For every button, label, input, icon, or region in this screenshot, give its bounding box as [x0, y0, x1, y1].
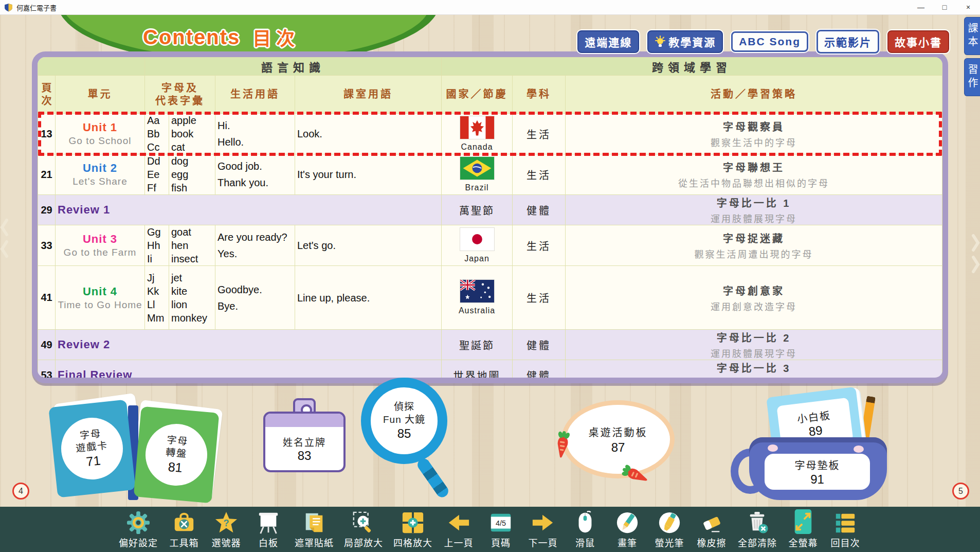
header-button[interactable]: 遠端連線	[577, 30, 639, 53]
col-header-unit: 單元	[56, 76, 145, 114]
words-cell: applebookcat	[169, 114, 215, 154]
letter-mat-card[interactable]: 字母墊板 91	[765, 454, 870, 490]
close-button[interactable]: ×	[956, 0, 980, 14]
page-number-cell: 29	[38, 195, 56, 225]
toc-list-icon	[833, 509, 857, 535]
contents-table: 語言知識 跨領域學習 頁次 單元 字母及 代表字彙 生活用語 課室用語 國家／節…	[32, 51, 948, 383]
letter-game-cards-book[interactable]: 字母 遊戲卡 71 字母 轉盤 81	[49, 396, 226, 502]
words-cell: goatheninsect	[169, 225, 215, 266]
magnifier-page: 85	[397, 426, 411, 441]
zoom-region-icon	[352, 509, 375, 535]
toolbar-item-eraser[interactable]: 橡皮擦	[696, 509, 728, 549]
board-game-page: 87	[611, 440, 625, 455]
country-name: Canada	[444, 143, 510, 152]
unit-subtitle: Go to the Farm	[58, 247, 142, 258]
toolbar-item-label: 上一頁	[444, 536, 474, 549]
activity-cell: 字母觀察員觀察生活中的字母	[566, 114, 942, 154]
header-button[interactable]: 故事小書	[887, 30, 949, 53]
fullscreen-icon	[791, 509, 815, 535]
prev-page-edge-arrow[interactable]	[0, 217, 8, 260]
toolbox-icon	[172, 509, 196, 535]
toolbar-item-zoom-grid[interactable]: 四格放大	[393, 509, 432, 549]
letters-cell: AaBbCc	[145, 114, 169, 154]
activity-subtitle: 觀察生活中的字母	[568, 135, 940, 149]
whiteboard-page: 89	[808, 423, 823, 439]
stationery-cup: 小白板 89 字母墊板 91	[743, 392, 902, 503]
toolbar-item-easel[interactable]: 白板	[252, 509, 284, 549]
letter-mat-label: 字母墊板	[795, 457, 840, 472]
letter-mat-page: 91	[810, 472, 824, 487]
activity-subtitle: 運用肢體展現字母	[568, 377, 940, 383]
name-plate-band	[265, 414, 343, 427]
toolbar-item-arrow-right[interactable]: 下一頁	[527, 509, 559, 549]
lightbulb-icon	[655, 35, 666, 48]
page-number-cell: 13	[38, 114, 56, 154]
country-cell: Brazil	[442, 154, 513, 195]
toolbar-item-fullscreen[interactable]: 全螢幕	[787, 509, 819, 549]
activity-cell: 字母比一比 3運用肢體展現字母	[566, 360, 942, 384]
maximize-button[interactable]: □	[933, 0, 956, 14]
flag-japan-icon	[460, 228, 494, 251]
activity-title: 字母聯想王	[568, 159, 940, 174]
classroom-expressions-cell: Look.	[295, 114, 442, 154]
subject-cell: 健體	[513, 330, 566, 360]
toolbar-item-label: 滑鼠	[575, 536, 595, 549]
table-row: 41Unit 4Time to Go HomeJjKkLlMmjetkiteli…	[38, 266, 942, 330]
page-title-en: Contents	[143, 26, 240, 49]
letters-cell: DdEeFf	[145, 154, 169, 195]
toolbar-item-star-question[interactable]: ?選號器	[210, 509, 242, 549]
page-number-icon: 4/5	[489, 509, 513, 535]
zoom-grid-icon	[401, 509, 425, 535]
header-button-label: ABC Song	[739, 35, 801, 48]
toolbar-item-toolbox[interactable]: 工具箱	[168, 509, 200, 549]
toolbar-item-label: 全螢幕	[789, 536, 818, 549]
activity-subtitle: 運用創意改造字母	[568, 299, 940, 313]
ebook-page: Contents 目次 遠端連線教學資源ABC Song示範影片故事小書 課本習…	[0, 14, 980, 552]
next-page-edge-arrow[interactable]	[972, 233, 980, 276]
words-cell: jetkitelionmonkey	[169, 266, 215, 330]
letter-wheel-page: 81	[168, 459, 183, 475]
name-plate-card[interactable]: 姓名立牌 83	[263, 412, 346, 472]
toolbar-item-highlighter[interactable]: 螢光筆	[654, 509, 685, 549]
side-tab[interactable]: 課本	[964, 17, 980, 55]
minimize-button[interactable]: —	[909, 0, 933, 14]
toolbar-item-pen[interactable]: 畫筆	[611, 509, 643, 549]
toolbar-item-zoom-region[interactable]: 局部放大	[344, 509, 383, 549]
header-button[interactable]: 教學資源	[647, 30, 723, 53]
header-button-label: 故事小書	[895, 34, 942, 49]
toolbar-item-arrow-left[interactable]: 上一頁	[443, 509, 475, 549]
arrow-left-icon	[447, 509, 470, 535]
festival-cell: 聖誕節	[442, 330, 513, 360]
toolbar-item-toc-list[interactable]: 回目次	[829, 509, 861, 549]
toolbar-item-page-number[interactable]: 4/5頁碼	[485, 509, 517, 549]
toolbar-item-label: 橡皮擦	[697, 536, 727, 549]
activity-subtitle: 從生活中物品聯想出相似的字母	[568, 176, 940, 189]
activity-title: 字母比一比 2	[568, 330, 940, 345]
toolbar-item-gear[interactable]: 偏好設定	[119, 509, 158, 549]
header-button-label: 遠端連線	[585, 34, 632, 49]
table-row: 33Unit 3Go to the FarmGgHhIigoatheninsec…	[38, 225, 942, 266]
board-game-card[interactable]: 桌遊活動板 87	[561, 400, 675, 478]
toolbar-item-sticky-notes[interactable]: 遮罩貼紙	[295, 509, 334, 549]
magnifier-handle	[415, 456, 451, 500]
activity-subtitle: 運用肢體展現字母	[568, 211, 940, 225]
toolbar-item-trash-clear[interactable]: 全部清除	[738, 509, 777, 549]
letter-wheel-label: 字母 轉盤	[165, 434, 189, 460]
daily-expressions-cell: Hi.Hello.	[215, 114, 295, 154]
window-titlebar: 何嘉仁電子書 — □ ×	[0, 0, 980, 15]
festival-cell: 萬聖節	[442, 195, 513, 225]
toolbar-item-label: 回目次	[831, 536, 860, 549]
mouse-icon	[573, 509, 597, 535]
window-title: 何嘉仁電子書	[16, 3, 57, 12]
side-tab[interactable]: 習作	[964, 58, 980, 96]
header-button[interactable]: ABC Song	[731, 31, 808, 52]
toolbar-item-label: 頁碼	[491, 536, 511, 549]
header-buttons: 遠端連線教學資源ABC Song示範影片故事小書	[577, 30, 949, 54]
toolbar-item-mouse[interactable]: 滑鼠	[569, 509, 601, 549]
header-button[interactable]: 示範影片	[816, 30, 879, 54]
detective-magnifier-card[interactable]: 偵探 Fun 大鏡 85	[361, 378, 469, 496]
table-row: 49Review 2聖誕節健體字母比一比 2運用肢體展現字母	[38, 330, 942, 360]
subject-cell: 健體	[513, 360, 566, 384]
col-header-activity: 活動／學習策略	[566, 76, 942, 114]
country-name: Brazil	[444, 183, 510, 192]
